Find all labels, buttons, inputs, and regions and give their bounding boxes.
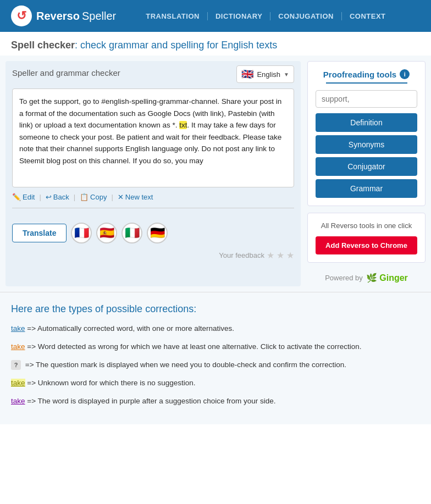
star-1[interactable]: ★	[267, 250, 274, 261]
correction-desc-purple: => The word is displayed in purple after…	[27, 397, 275, 405]
proofreading-header: Proofreading tools i	[316, 69, 417, 79]
x-icon: ✕	[118, 193, 124, 201]
correction-olive: take => Unknown word for which there is …	[11, 377, 420, 390]
separator: |	[74, 193, 75, 201]
star-2[interactable]: ★	[277, 250, 284, 261]
bottom-section: Here are the types of possible correctio…	[0, 292, 431, 424]
language-selector[interactable]: 🇬🇧 English ▼	[236, 65, 294, 83]
copy-label: Copy	[90, 193, 107, 201]
correction-word-olive[interactable]: take	[11, 379, 25, 387]
edit-icon: ✏️	[12, 193, 21, 201]
main-nav: TRANSLATION DICTIONARY CONJUGATION CONTE…	[138, 12, 393, 20]
nav-dictionary[interactable]: DICTIONARY	[208, 12, 270, 20]
correction-desc-orange: => Word detected as wrong for which we h…	[27, 342, 361, 351]
product-text: Speller	[82, 10, 116, 23]
lang-label: English	[257, 70, 280, 79]
powered-by-label: Powered by	[325, 274, 363, 282]
correction-word-blue[interactable]: take	[11, 324, 25, 333]
nav-translation[interactable]: TRANSLATION	[138, 12, 208, 20]
page-title: Spell checker: check grammar and spellin…	[0, 32, 431, 56]
back-label: Back	[53, 193, 69, 201]
flag-spanish[interactable]: 🇪🇸	[96, 223, 117, 243]
back-button[interactable]: ↩ Back	[46, 193, 69, 201]
toolbar: ✏️ Edit | ↩ Back | 📋 Copy | ✕ New text	[12, 193, 294, 201]
proofreading-title: Proofreading tools	[323, 70, 396, 79]
highlighted-word: txt	[179, 121, 187, 129]
conjugator-button[interactable]: Conjugator	[316, 157, 417, 176]
logo-area: ↺ Reverso Speller	[11, 5, 116, 26]
separator: |	[111, 193, 113, 201]
translate-button[interactable]: Translate	[12, 224, 67, 242]
edit-button[interactable]: ✏️ Edit	[12, 193, 35, 201]
proofreading-box: Proofreading tools i Definition Synonyms…	[307, 61, 426, 206]
correction-word-purple[interactable]: take	[11, 397, 25, 405]
correction-purple: take => The word is displayed in purple …	[11, 395, 420, 408]
logo-icon: ↺	[11, 5, 32, 26]
synonyms-button[interactable]: Synonyms	[316, 135, 417, 154]
add-to-chrome-button[interactable]: Add Reverso to Chrome	[316, 236, 417, 254]
separator: |	[39, 193, 41, 201]
powered-by: Powered by 🌿 Ginger	[307, 269, 426, 286]
correction-desc-olive: => Unknown word for which there is no su…	[27, 379, 195, 387]
flag-german[interactable]: 🇩🇪	[147, 223, 168, 243]
left-panel: Speller and grammar checker 🇬🇧 English ▼…	[5, 61, 301, 286]
translate-bar: Translate 🇫🇷 🇪🇸 🇮🇹 🇩🇪	[12, 223, 294, 243]
back-icon: ↩	[46, 193, 52, 201]
main-layout: Speller and grammar checker 🇬🇧 English ▼…	[0, 56, 431, 292]
title-underline	[326, 82, 407, 84]
text-area[interactable]: To get the support, go to #english-spell…	[12, 88, 294, 187]
ginger-logo: 🌿 Ginger	[366, 273, 408, 283]
header: ↺ Reverso Speller TRANSLATION DICTIONARY…	[0, 0, 431, 32]
correction-desc-question: => The question mark is displayed when w…	[25, 361, 346, 369]
correction-word-orange[interactable]: take	[11, 342, 25, 351]
star-3[interactable]: ★	[286, 250, 294, 261]
title-prefix: Spell checker	[11, 40, 75, 51]
lang-flag: 🇬🇧	[241, 68, 253, 80]
nav-conjugation[interactable]: CONJUGATION	[270, 12, 342, 20]
search-input[interactable]	[316, 90, 417, 108]
info-icon[interactable]: i	[400, 69, 410, 79]
panel-title: Speller and grammar checker	[12, 68, 120, 77]
new-text-button[interactable]: ✕ New text	[118, 193, 153, 201]
copy-button[interactable]: 📋 Copy	[80, 193, 107, 201]
question-badge: ?	[11, 360, 21, 370]
corrections-title: Here are the types of possible correctio…	[11, 303, 420, 315]
title-suffix: : check grammar and spelling for English…	[75, 40, 277, 51]
flag-french[interactable]: 🇫🇷	[71, 223, 92, 243]
feedback-label: Your feedback	[219, 251, 264, 259]
correction-desc-blue: => Automatically corrected word, with on…	[27, 324, 234, 333]
new-text-label: New text	[125, 193, 153, 201]
logo-text: Reverso	[36, 10, 80, 23]
correction-orange: take => Word detected as wrong for which…	[11, 341, 420, 353]
chevron-down-icon: ▼	[284, 71, 289, 77]
grammar-button[interactable]: Grammar	[316, 179, 417, 198]
copy-icon: 📋	[80, 193, 89, 201]
flag-italian[interactable]: 🇮🇹	[121, 223, 142, 243]
correction-blue: take => Automatically corrected word, wi…	[11, 323, 420, 335]
nav-context[interactable]: CONTEXT	[342, 12, 394, 20]
right-panel: Proofreading tools i Definition Synonyms…	[307, 61, 426, 286]
chrome-box-text: All Reverso tools in one click	[316, 221, 417, 231]
definition-button[interactable]: Definition	[316, 113, 417, 132]
chrome-box: All Reverso tools in one click Add Rever…	[307, 213, 426, 263]
correction-question: ? => The question mark is displayed when…	[11, 359, 420, 372]
edit-label: Edit	[23, 193, 35, 201]
feedback-bar: Your feedback ★ ★ ★	[12, 250, 294, 261]
